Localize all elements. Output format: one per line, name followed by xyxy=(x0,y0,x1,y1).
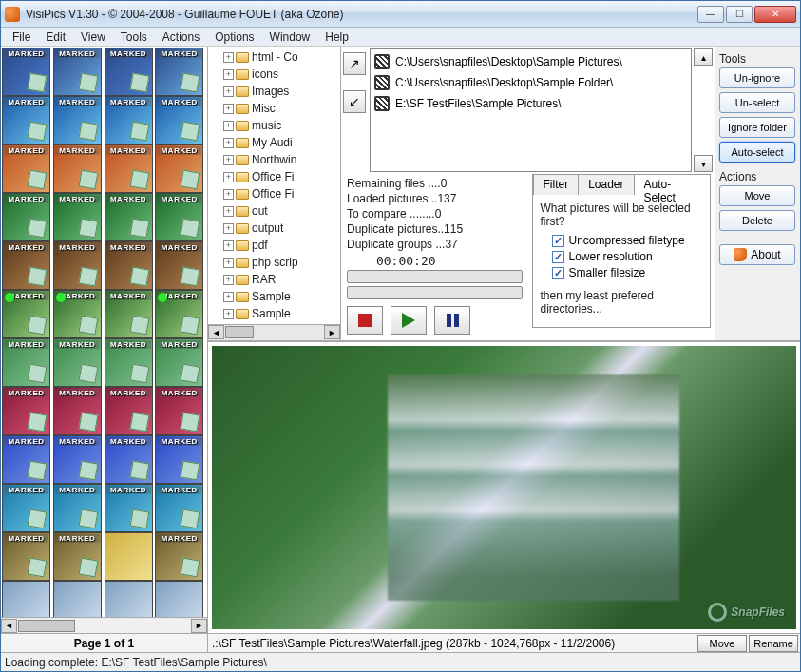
thumbnail[interactable]: MARKED xyxy=(2,532,50,581)
thumbnail[interactable]: MARKED xyxy=(105,48,153,96)
menu-view[interactable]: View xyxy=(73,29,113,46)
menu-help[interactable]: Help xyxy=(317,29,356,46)
path-move-down-button[interactable]: ▾ xyxy=(694,155,713,172)
thumbnail[interactable]: MARKED xyxy=(105,484,153,532)
thumbnail[interactable]: MARKED xyxy=(155,387,203,435)
tree-item[interactable]: +Sample xyxy=(208,305,340,322)
expander-icon[interactable]: + xyxy=(223,52,234,63)
expander-icon[interactable]: + xyxy=(223,223,234,234)
expander-icon[interactable]: + xyxy=(223,240,234,251)
thumbnail[interactable]: MARKED xyxy=(155,144,203,193)
tab-autoselect[interactable]: Auto-Select xyxy=(634,174,711,195)
folder-tree-scroll[interactable]: +html - Co+icons+Images+Misc+music+My Au… xyxy=(208,47,340,324)
thumbnail[interactable]: MARKED xyxy=(105,144,153,193)
expander-icon[interactable]: + xyxy=(223,309,234,319)
expander-icon[interactable]: + xyxy=(223,69,234,80)
play-button[interactable] xyxy=(391,306,427,335)
tree-item[interactable]: +Office Fi xyxy=(208,168,340,185)
tree-item[interactable]: +icons xyxy=(208,66,340,83)
expander-icon[interactable]: + xyxy=(223,172,234,182)
checkbox-uncompressed[interactable]: ✓Uncompressed filetype xyxy=(552,234,703,247)
scroll-left-icon[interactable]: ◄ xyxy=(1,619,17,633)
pause-button[interactable] xyxy=(434,306,470,335)
thumbnail[interactable]: MARKED xyxy=(53,532,102,581)
expander-icon[interactable]: + xyxy=(223,155,234,165)
thumbnail[interactable]: MARKED xyxy=(53,96,102,144)
expander-icon[interactable]: + xyxy=(223,258,234,268)
expander-icon[interactable]: + xyxy=(223,104,234,114)
thumbnail[interactable]: MARKED xyxy=(53,435,102,484)
about-button[interactable]: About xyxy=(719,244,795,265)
checkbox-smaller-filesize[interactable]: ✓Smaller filesize xyxy=(552,266,703,279)
expander-icon[interactable]: + xyxy=(223,275,234,285)
thumbnail[interactable]: MARKED xyxy=(155,532,203,581)
unignore-button[interactable]: Un-ignore xyxy=(719,67,795,88)
remove-path-button[interactable]: ↙ xyxy=(343,90,366,113)
thumbnail[interactable]: MARKED xyxy=(105,290,153,338)
expander-icon[interactable]: + xyxy=(223,138,234,148)
thumbnail[interactable]: MARKED xyxy=(105,96,153,144)
menu-window[interactable]: Window xyxy=(262,29,318,46)
menu-tools[interactable]: Tools xyxy=(113,29,155,46)
thumbnail[interactable]: MARKED xyxy=(53,241,102,290)
thumbnail[interactable]: MARKED xyxy=(155,48,203,96)
move-button[interactable]: Move xyxy=(719,185,795,206)
thumbnail[interactable]: MARKED xyxy=(2,144,50,193)
expander-icon[interactable]: + xyxy=(223,206,234,217)
maximize-button[interactable]: ☐ xyxy=(726,6,753,23)
tree-item[interactable]: +My Audi xyxy=(208,134,340,151)
thumbnail[interactable]: MARKED xyxy=(105,435,153,484)
thumbnail[interactable] xyxy=(105,532,153,581)
path-item[interactable]: E:\SF TestFiles\Sample Pictures\ xyxy=(372,93,689,114)
close-button[interactable]: ✕ xyxy=(754,6,796,23)
thumbnail[interactable]: MARKED xyxy=(155,435,203,484)
thumbnail[interactable] xyxy=(53,581,102,617)
thumbnail[interactable]: MARKED xyxy=(2,48,50,96)
thumbnail[interactable]: MARKED xyxy=(155,241,203,290)
thumbnail[interactable]: MARKED xyxy=(53,484,102,532)
thumbnail[interactable]: MARKED xyxy=(2,484,50,532)
tree-scroll-left-icon[interactable]: ◄ xyxy=(208,325,224,339)
preview-move-button[interactable]: Move xyxy=(697,635,747,652)
thumbnail[interactable]: MARKED xyxy=(105,193,153,241)
tree-item[interactable]: +html - Co xyxy=(208,48,340,66)
menu-options[interactable]: Options xyxy=(207,29,261,46)
delete-button[interactable]: Delete xyxy=(719,210,795,231)
thumbnail[interactable]: MARKED xyxy=(53,387,102,435)
thumbnail[interactable]: MARKED xyxy=(155,290,203,338)
thumbnail[interactable]: MARKED xyxy=(53,48,102,96)
thumbnail[interactable]: MARKED xyxy=(2,241,50,290)
thumbnail[interactable] xyxy=(105,581,153,617)
thumbnail[interactable]: MARKED xyxy=(2,387,50,435)
unselect-button[interactable]: Un-select xyxy=(719,92,795,113)
thumbnail[interactable]: MARKED xyxy=(155,484,203,532)
thumbnail[interactable]: MARKED xyxy=(2,193,50,241)
tree-item[interactable]: +Sample xyxy=(208,288,340,305)
thumbnail[interactable]: MARKED xyxy=(2,338,50,387)
thumbnail[interactable] xyxy=(155,581,203,617)
tree-item[interactable]: +pdf xyxy=(208,237,340,254)
tree-item[interactable]: +out xyxy=(208,202,340,220)
thumbnail[interactable]: MARKED xyxy=(53,144,102,193)
thumbnail[interactable]: MARKED xyxy=(53,338,102,387)
thumbnail[interactable]: MARKED xyxy=(105,338,153,387)
expander-icon[interactable]: + xyxy=(223,86,234,97)
scroll-right-icon[interactable]: ► xyxy=(191,619,207,633)
tree-item[interactable]: +Northwin xyxy=(208,151,340,168)
menu-file[interactable]: File xyxy=(5,29,38,46)
tree-item[interactable]: +RAR xyxy=(208,271,340,288)
ignore-folder-button[interactable]: Ignore folder xyxy=(719,117,795,138)
thumbnail[interactable]: MARKED xyxy=(155,96,203,144)
expander-icon[interactable]: + xyxy=(223,121,234,131)
tab-loader[interactable]: Loader xyxy=(578,174,634,195)
thumbnail[interactable]: MARKED xyxy=(105,241,153,290)
autoselect-button[interactable]: Auto-select xyxy=(719,142,795,163)
thumbnail[interactable]: MARKED xyxy=(53,290,102,338)
thumbnail[interactable]: MARKED xyxy=(2,96,50,144)
preview-image[interactable]: SnapFiles xyxy=(212,346,796,629)
tree-item[interactable]: +php scrip xyxy=(208,254,340,271)
preview-rename-button[interactable]: Rename xyxy=(749,635,798,652)
checkbox-lower-res[interactable]: ✓Lower resolution xyxy=(552,250,703,263)
thumbnail[interactable]: MARKED xyxy=(2,290,50,338)
tree-item[interactable]: +Misc xyxy=(208,100,340,117)
